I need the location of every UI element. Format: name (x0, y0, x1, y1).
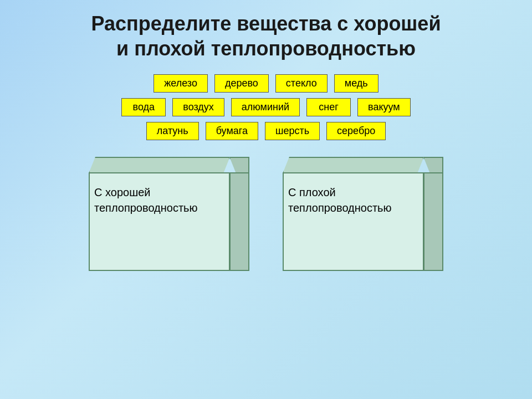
word-chip-voda[interactable]: вода (121, 98, 166, 116)
word-chip-vozdukh[interactable]: воздух (172, 98, 224, 116)
word-row-2: вода воздух алюминий снег вакуум (121, 98, 410, 116)
main-page: Распределите вещества с хорошей и плохой… (0, 0, 532, 399)
word-chip-vakuum[interactable]: вакуум (357, 98, 411, 116)
word-row-1: железо дерево стекло медь (154, 74, 378, 93)
word-chip-latun[interactable]: латунь (146, 122, 199, 140)
page-title: Распределите вещества с хорошей и плохой… (91, 11, 441, 61)
word-chip-med[interactable]: медь (334, 74, 378, 93)
word-chip-sneg[interactable]: снег (306, 98, 351, 116)
box1-side-face (229, 172, 249, 271)
word-chip-zhelezo[interactable]: железо (154, 74, 208, 93)
word-chip-derevo[interactable]: дерево (214, 74, 269, 93)
box1-label: С хорошейтеплопроводностью (94, 185, 216, 216)
word-row-3: латунь бумага шерсть серебро (146, 122, 386, 140)
box-good-conductivity[interactable]: С хорошейтеплопроводностью (89, 157, 249, 273)
boxes-row: С хорошейтеплопроводностью С плохойтепло… (89, 157, 443, 273)
word-bank: железо дерево стекло медь вода воздух ал… (17, 74, 515, 140)
box2-top-right-face (423, 157, 443, 173)
box1-top-face (89, 157, 230, 173)
box2-label-area: С плохойтеплопроводностью (288, 185, 410, 216)
word-chip-steklo[interactable]: стекло (275, 74, 328, 93)
box1-label-area: С хорошейтеплопроводностью (94, 185, 216, 216)
box-bad-conductivity[interactable]: С плохойтеплопроводностью (283, 157, 443, 273)
box2-side-face (423, 172, 443, 271)
box2-label: С плохойтеплопроводностью (288, 185, 410, 216)
word-chip-sherst[interactable]: шерсть (265, 122, 320, 140)
word-chip-bumaga[interactable]: бумага (206, 122, 258, 140)
box1-top-right-face (229, 157, 249, 173)
word-chip-serebro[interactable]: серебро (326, 122, 386, 140)
word-chip-alyuminiy[interactable]: алюминий (231, 98, 300, 116)
box2-top-face (283, 157, 424, 173)
